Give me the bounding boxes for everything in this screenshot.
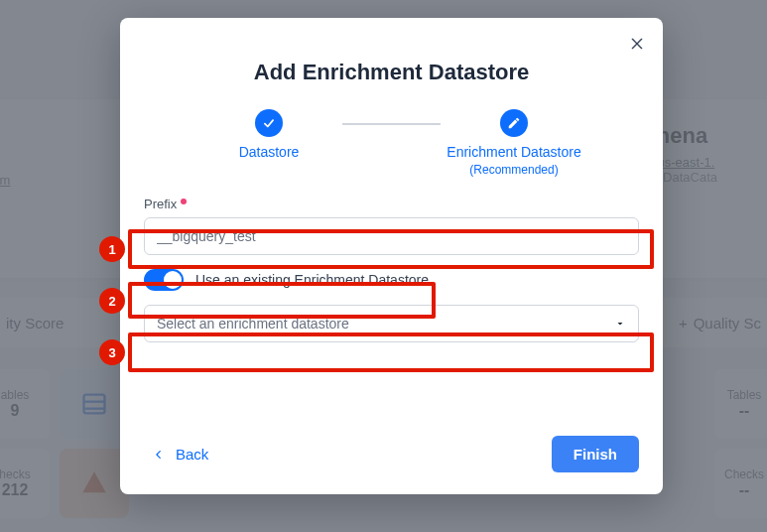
stepper-connector — [342, 123, 441, 125]
modal-title: Add Enrichment Datastore — [144, 60, 639, 85]
check-icon — [255, 109, 283, 137]
add-enrichment-datastore-modal: Add Enrichment Datastore Datastore Enric… — [120, 18, 663, 494]
step-enrichment-datastore[interactable]: Enrichment Datastore (Recommended) — [439, 109, 589, 177]
use-existing-toggle[interactable] — [144, 269, 184, 291]
close-button[interactable] — [627, 34, 647, 54]
prefix-field-label: Prefix — [144, 197, 639, 211]
required-indicator-icon — [181, 199, 187, 204]
toggle-knob — [164, 271, 182, 289]
finish-button[interactable]: Finish — [552, 436, 639, 472]
pencil-icon — [500, 109, 528, 137]
prefix-input[interactable] — [144, 217, 639, 255]
modal-footer: Back Finish — [144, 436, 639, 472]
step-label: Enrichment Datastore — [447, 143, 580, 161]
close-icon — [629, 36, 645, 52]
chevron-down-icon — [614, 318, 626, 330]
chevron-left-icon — [154, 448, 164, 462]
step-datastore[interactable]: Datastore — [193, 109, 344, 161]
finish-button-label: Finish — [574, 446, 617, 463]
step-label: Datastore — [239, 143, 300, 161]
step-sublabel: (Recommended) — [469, 163, 558, 177]
back-button[interactable]: Back — [144, 438, 218, 470]
enrichment-datastore-select[interactable]: Select an enrichment datastore — [144, 305, 639, 342]
use-existing-toggle-label: Use an existing Enrichment Datastore — [195, 272, 429, 288]
use-existing-toggle-row: Use an existing Enrichment Datastore — [144, 265, 639, 295]
wizard-stepper: Datastore Enrichment Datastore (Recommen… — [144, 109, 639, 177]
select-placeholder: Select an enrichment datastore — [157, 316, 349, 332]
back-button-label: Back — [176, 446, 208, 463]
